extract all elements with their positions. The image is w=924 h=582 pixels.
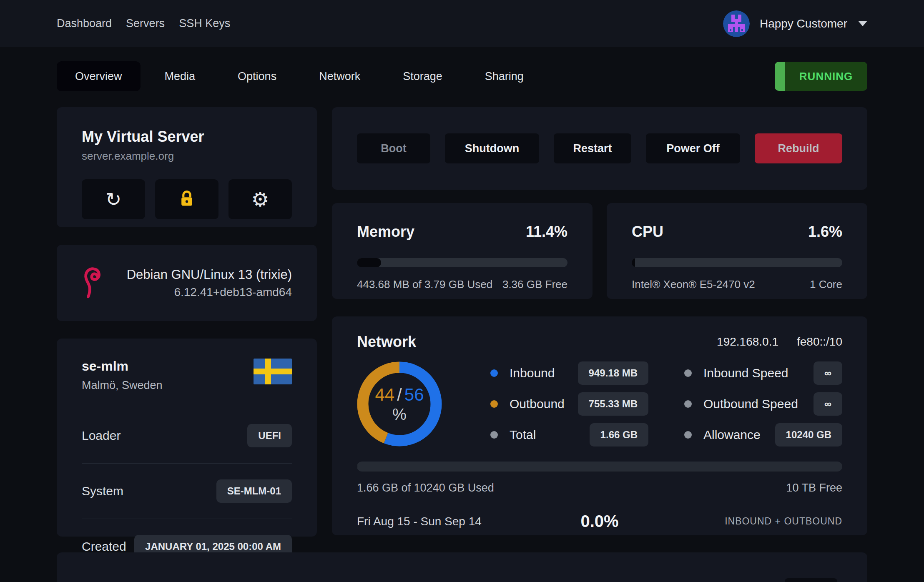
operating-system-card: Debian GNU/Linux 13 (trixie) 6.12.41+deb…: [57, 245, 317, 321]
inbound-speed-label: Inbound Speed: [703, 366, 788, 380]
loader-label: Loader: [82, 429, 121, 443]
user-menu[interactable]: Happy Customer: [723, 10, 867, 37]
server-summary-card: My Virtual Server server.example.org ↻: [57, 107, 317, 227]
traffic-donut-chart: 44/56 %: [357, 361, 442, 447]
location-details-card: se-mlm Malmö, Sweden Loader UEFI: [57, 339, 317, 537]
allowance-value-badge: 10240 GB: [775, 423, 842, 447]
debian-logo-icon: [82, 263, 106, 304]
avatar: [723, 10, 750, 37]
allowance-label: Allowance: [703, 428, 761, 442]
gear-icon: ⚙: [251, 188, 269, 211]
legend-inbound-speed: Inbound Speed ∞: [684, 363, 842, 383]
tab-storage[interactable]: Storage: [384, 61, 461, 91]
tab-network[interactable]: Network: [301, 61, 379, 91]
memory-used: 443.68 MB of 3.79 GB Used: [357, 278, 492, 291]
total-value-badge: 1.66 GB: [590, 423, 648, 447]
inbound-value-badge: 949.18 MB: [578, 361, 648, 385]
chevron-down-icon: [858, 21, 867, 26]
total-label: Total: [510, 428, 536, 442]
tab-overview[interactable]: Overview: [57, 61, 141, 91]
cpu-cores: 1 Core: [810, 278, 842, 291]
inbound-speed-dot-icon: [684, 369, 692, 377]
inbound-dot-icon: [490, 369, 498, 377]
lock-button[interactable]: [155, 179, 218, 219]
memory-bar-fill: [357, 258, 381, 267]
total-dot-icon: [490, 431, 498, 439]
server-hostname: server.example.org: [82, 150, 292, 163]
divider: [82, 463, 292, 464]
status-indicator-strip: [775, 62, 785, 91]
system-value-badge: SE-MLM-01: [216, 479, 292, 503]
ipv6-address: fe80::/10: [797, 335, 842, 349]
outbound-speed-value-badge: ∞: [814, 392, 842, 416]
created-label: Created: [82, 539, 126, 554]
divider: [82, 408, 292, 408]
outbound-dot-icon: [490, 400, 498, 408]
cpu-progress-bar: [632, 258, 842, 267]
donut-percent-sign: %: [392, 406, 407, 424]
system-label: System: [82, 484, 123, 498]
shutdown-button[interactable]: Shutdown: [445, 133, 539, 163]
outbound-label: Outbound: [510, 397, 565, 411]
network-title: Network: [357, 333, 416, 351]
nav-dashboard[interactable]: Dashboard: [57, 17, 112, 30]
server-title: My Virtual Server: [82, 128, 292, 146]
os-name: Debian GNU/Linux 13 (trixie): [127, 267, 292, 282]
partial-bottom-card: [57, 552, 867, 582]
cpu-title: CPU: [632, 223, 663, 241]
tab-media[interactable]: Media: [146, 61, 214, 91]
top-navigation-bar: Dashboard Servers SSH Keys Happy Custome…: [0, 0, 924, 47]
user-name: Happy Customer: [760, 17, 847, 30]
traffic-free: 10 TB Free: [786, 482, 842, 494]
donut-outbound-percent: 44: [375, 385, 394, 404]
datacenter-name: se-mlm: [82, 359, 163, 374]
settings-button[interactable]: ⚙: [228, 179, 292, 219]
memory-progress-bar: [357, 258, 567, 267]
restart-icon: ↻: [105, 188, 122, 211]
memory-percent: 11.4%: [526, 223, 567, 241]
allowance-dot-icon: [684, 431, 692, 439]
memory-free: 3.36 GB Free: [502, 278, 567, 291]
inbound-label: Inbound: [510, 366, 555, 380]
main-nav: Dashboard Servers SSH Keys: [57, 17, 230, 30]
network-card: Network 192.168.0.1 fe80::/10: [332, 316, 867, 535]
legend-total: Total 1.66 GB: [490, 425, 648, 445]
tab-bar: Overview Media Options Network Storage S…: [57, 61, 867, 91]
outbound-speed-dot-icon: [684, 400, 692, 408]
tab-sharing[interactable]: Sharing: [467, 61, 542, 91]
traffic-usage-bar: [357, 462, 842, 472]
outbound-value-badge: 755.33 MB: [578, 392, 648, 416]
power-off-button[interactable]: Power Off: [646, 133, 740, 163]
cpu-percent: 1.6%: [808, 223, 842, 241]
memory-card: Memory 11.4% 443.68 MB of 3.79 GB Used 3…: [332, 203, 593, 299]
inbound-speed-value-badge: ∞: [814, 361, 842, 385]
donut-slash: /: [394, 385, 404, 404]
os-kernel-version: 6.12.41+deb13-amd64: [127, 286, 292, 299]
main-content: Overview Media Options Network Storage S…: [0, 47, 924, 582]
nav-servers[interactable]: Servers: [126, 17, 165, 30]
rebuild-button[interactable]: Rebuild: [755, 133, 842, 163]
boot-button[interactable]: Boot: [357, 133, 430, 163]
restart-action-button[interactable]: Restart: [554, 133, 631, 163]
detail-row-loader: Loader UEFI: [82, 424, 292, 447]
detail-row-system: System SE-MLM-01: [82, 479, 292, 503]
tab-options[interactable]: Options: [219, 61, 295, 91]
divider: [82, 519, 292, 519]
status-badge: RUNNING: [775, 62, 867, 91]
traffic-used: 1.66 GB of 10240 GB Used: [357, 482, 494, 494]
legend-inbound: Inbound 949.18 MB: [490, 363, 648, 383]
outbound-speed-label: Outbound Speed: [703, 397, 798, 411]
legend-outbound-speed: Outbound Speed ∞: [684, 394, 842, 414]
nav-ssh-keys[interactable]: SSH Keys: [179, 17, 230, 30]
power-actions-card: Boot Shutdown Restart Power Off Rebuild: [332, 107, 867, 190]
billing-period: Fri Aug 15 - Sun Sep 14: [357, 515, 580, 528]
restart-button[interactable]: ↻: [82, 179, 145, 219]
status-label: RUNNING: [785, 62, 867, 91]
legend-outbound: Outbound 755.33 MB: [490, 394, 648, 414]
cpu-model: Intel® Xeon® E5-2470 v2: [632, 278, 755, 291]
period-usage-percent: 0.0%: [580, 512, 618, 531]
period-note: INBOUND + OUTBOUND: [619, 516, 842, 527]
partial-bottom-button[interactable]: [785, 578, 837, 582]
cpu-bar-fill: [632, 258, 635, 267]
legend-allowance: Allowance 10240 GB: [684, 425, 842, 445]
